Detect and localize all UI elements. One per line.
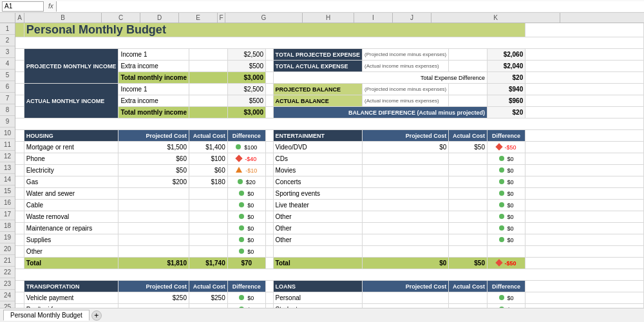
- sep-10: [265, 130, 273, 142]
- row-num-8[interactable]: 8: [0, 104, 15, 116]
- housing-row8-label: Maintenance or repairs: [24, 223, 118, 234]
- row-num-3[interactable]: 3: [0, 46, 15, 58]
- cell-A14: [15, 176, 24, 188]
- sep-14: [265, 176, 273, 188]
- row-num-10[interactable]: 10: [0, 128, 15, 139]
- cell-K14: [526, 176, 644, 188]
- row-num-5[interactable]: 5: [0, 70, 15, 81]
- table-row: [15, 269, 644, 281]
- housing-row10-indicator: $0: [227, 246, 265, 258]
- row-num-20[interactable]: 20: [0, 243, 15, 255]
- col-header-A[interactable]: A: [15, 13, 24, 23]
- cell-K1[interactable]: [526, 23, 644, 37]
- row-num-2[interactable]: 2: [0, 35, 15, 46]
- cell-A10: [15, 130, 24, 142]
- row-num-15[interactable]: 15: [0, 185, 15, 197]
- cell-A7: [15, 95, 24, 107]
- sep-21: [265, 258, 273, 269]
- ent-row4-proj: [363, 176, 449, 188]
- cell-A3[interactable]: [15, 49, 24, 61]
- ent-row8-indicator: $0: [487, 223, 525, 234]
- row-num-22[interactable]: 22: [0, 267, 15, 278]
- cell-A17: [15, 211, 24, 223]
- row-num-18[interactable]: 18: [0, 220, 15, 232]
- ent-row9-label: Other: [273, 234, 363, 246]
- table-row: Water and sewer $0 Sporting events $0: [15, 188, 644, 200]
- ent-row1-indicator: -$50: [487, 142, 525, 153]
- housing-total-proj: $1,810: [118, 258, 189, 269]
- table-row: ACTUAL MONTHLY INCOME Income 1 $2,500 PR…: [15, 84, 644, 95]
- column-headers: A B C D E F G H I J K: [0, 13, 644, 23]
- balance-diff-value: $20: [487, 107, 525, 118]
- row-num-14[interactable]: 14: [0, 174, 15, 185]
- ent-diff-header: Difference: [487, 130, 525, 142]
- housing-row5-proj: [118, 188, 189, 200]
- cell-A8: [15, 107, 24, 118]
- row-num-16[interactable]: 16: [0, 197, 15, 209]
- col-header-C[interactable]: C: [102, 13, 140, 23]
- cell-K17: [526, 211, 644, 223]
- col-header-J[interactable]: J: [393, 13, 431, 23]
- cell-A24: [15, 292, 24, 304]
- formula-input[interactable]: [56, 1, 644, 12]
- ent-total-diff: -$50: [487, 258, 525, 269]
- row-num-25[interactable]: 25: [0, 301, 15, 308]
- cell-A6: [15, 84, 24, 95]
- cell-I4: [449, 61, 488, 72]
- row-num-13[interactable]: 13: [0, 162, 15, 174]
- row-num-24[interactable]: 24: [0, 290, 15, 301]
- row-num-9[interactable]: 9: [0, 116, 15, 128]
- table-row: Mortgage or rent $1,500 $1,400 $100 Vide…: [15, 142, 644, 153]
- housing-row7-label: Waste removal: [24, 211, 118, 223]
- row-num-12[interactable]: 12: [0, 151, 15, 162]
- housing-row9-proj: [118, 234, 189, 246]
- ent-row8-proj: [363, 223, 449, 234]
- col-header-D[interactable]: D: [140, 13, 179, 23]
- row-num-7[interactable]: 7: [0, 93, 15, 104]
- total-projected-expense-label: TOTAL PROJECTED EXPENSE: [273, 49, 363, 61]
- row-num-21[interactable]: 21: [0, 255, 15, 267]
- col-header-G[interactable]: G: [225, 13, 303, 23]
- cell-K5: [526, 72, 644, 84]
- col-header-H[interactable]: H: [303, 13, 354, 23]
- housing-row1-actual: $1,400: [189, 142, 228, 153]
- row-num-1[interactable]: 1: [0, 23, 15, 35]
- table-row: PROJECTED MONTHLY INCOME Income 1 $2,500…: [15, 49, 644, 61]
- row-num-17[interactable]: 17: [0, 209, 15, 220]
- row-num-4[interactable]: 4: [0, 58, 15, 70]
- ent-row7-indicator: $0: [487, 211, 525, 223]
- cell-A1[interactable]: [15, 23, 24, 37]
- ent-row2-label: CDs: [273, 153, 363, 165]
- sep-6: [265, 84, 273, 95]
- loans-proj-header: Projected Cost: [363, 281, 449, 292]
- proj-balance-note: (Projected income minus expenses): [363, 84, 449, 95]
- transport-row1-actual: $250: [189, 292, 228, 304]
- row-num-11[interactable]: 11: [0, 139, 15, 151]
- cell-I6: [449, 84, 488, 95]
- income1-val-3: [189, 49, 228, 61]
- cell-K23: [526, 281, 644, 292]
- cell-K10: [526, 130, 644, 142]
- row-num-6[interactable]: 6: [0, 81, 15, 93]
- cell-K7: [526, 95, 644, 107]
- ent-row6-indicator: $0: [487, 200, 525, 211]
- sep-15: [265, 188, 273, 200]
- col-header-E[interactable]: E: [179, 13, 218, 23]
- row-num-23[interactable]: 23: [0, 278, 15, 290]
- green-dot-icon-11: [499, 214, 504, 219]
- col-header-K[interactable]: K: [431, 13, 560, 23]
- col-header-F[interactable]: F: [218, 13, 225, 23]
- row-num-19[interactable]: 19: [0, 232, 15, 243]
- housing-row5-actual: [189, 188, 228, 200]
- cell-A19: [15, 234, 24, 246]
- cell-reference-box[interactable]: [2, 1, 44, 12]
- sheet-tab-active[interactable]: Personal Monthly Budget: [3, 310, 90, 321]
- col-header-B[interactable]: B: [24, 13, 102, 23]
- col-header-I[interactable]: I: [354, 13, 393, 23]
- ent-row9-indicator: $0: [487, 234, 525, 246]
- add-sheet-button[interactable]: +: [91, 310, 102, 321]
- proj-balance-value: $940: [487, 84, 525, 95]
- title-cell: Personal Monthly Budget: [24, 23, 525, 37]
- ent-row5-indicator: $0: [487, 188, 525, 200]
- extra-income-actual-label: Extra income: [118, 95, 189, 107]
